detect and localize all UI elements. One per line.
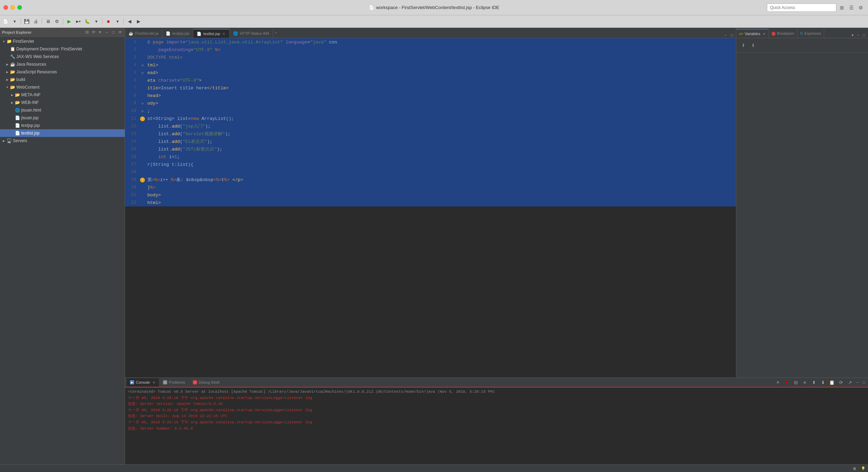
panel-menu-button[interactable]: ▾ xyxy=(97,30,103,35)
status-icon-left[interactable]: 🖥 xyxy=(850,464,858,472)
tree-item-firstservlet[interactable]: ▼ 📁 FirstServlet xyxy=(0,38,125,45)
variables-toolbar-btn-1[interactable]: ⬆ xyxy=(739,41,747,49)
console-btn-4[interactable]: ≡ xyxy=(801,378,809,386)
tab-label: Breakpoin xyxy=(777,31,794,35)
tree-item-webinf[interactable]: ▶ 📂 WEB-INF xyxy=(0,99,125,106)
bottom-panel-maximize[interactable]: □ xyxy=(861,380,867,385)
tab-overflow[interactable]: ⁶ xyxy=(273,29,279,38)
panel-close-button[interactable]: ✕ xyxy=(117,30,123,35)
quick-access-input[interactable] xyxy=(767,3,836,12)
back-button[interactable]: ◀ xyxy=(125,17,134,26)
line-number: 15 xyxy=(125,145,139,153)
code-line: 1 @ page import="java.util.List,java.uti… xyxy=(125,38,736,46)
tree-item-servers[interactable]: ▶ 🖥️ Servers xyxy=(0,137,125,145)
tree-item-deployment[interactable]: 📋 Deployment Descriptor: FirstServlet xyxy=(0,45,125,53)
tree-item-webcontent[interactable]: ▼ 📂 WebContent xyxy=(0,83,125,91)
tree-item-metainf[interactable]: ▶ 📂 META-INF xyxy=(0,91,125,99)
line-gutter xyxy=(139,161,146,168)
save-button[interactable]: 💾 xyxy=(23,17,31,26)
line-gutter: ⊖ xyxy=(139,99,146,107)
appearance-button[interactable]: ☰ xyxy=(847,4,855,11)
editor-panel: ☕ FirstServlet.ja 📄 textjsp.jsp 📄 textli… xyxy=(125,28,736,377)
stop-console-button[interactable]: ■ xyxy=(783,378,791,386)
clear-console-button[interactable]: ✕ xyxy=(773,378,782,386)
toolbar-sep-3 xyxy=(63,18,63,25)
settings-button[interactable]: ⚙ xyxy=(857,4,865,11)
tab-problems[interactable]: ⚠ Problems xyxy=(159,378,188,386)
code-line: 21 body> xyxy=(125,191,736,199)
line-gutter xyxy=(139,199,146,206)
tab-close-icon[interactable]: ✕ xyxy=(763,32,765,36)
run-button[interactable]: ▶▾ xyxy=(74,17,82,26)
right-panel-maximize[interactable]: □ xyxy=(861,32,867,38)
tree-item-textjsp[interactable]: 📄 textjsp.jsp xyxy=(0,122,125,129)
tab-close-button[interactable]: ✕ xyxy=(222,32,226,36)
close-button[interactable] xyxy=(3,5,8,10)
debug-button[interactable]: 🐛 xyxy=(83,17,91,26)
editor-minimize-button[interactable]: − xyxy=(723,32,728,38)
webinf-icon: 📂 xyxy=(15,100,20,105)
tab-variables[interactable]: x= Variables ✕ xyxy=(736,29,769,38)
tab-textlist[interactable]: 📄 textlist.jsp ✕ xyxy=(193,29,230,38)
code-line: 14 list.add("El表达式"); xyxy=(125,138,736,145)
tree-item-java-resources[interactable]: ▶ ☕ Java Resources xyxy=(0,60,125,68)
console-btn-5[interactable]: ⬆ xyxy=(810,378,818,386)
java-resources-icon: ☕ xyxy=(10,62,15,67)
tab-firstservlet[interactable]: ☕ FirstServlet.ja xyxy=(125,29,162,38)
tree-item-jisuan-jsp[interactable]: 📄 jisuan.jsp xyxy=(0,114,125,122)
console-btn-8[interactable]: ⟳ xyxy=(837,378,845,386)
tab-http404[interactable]: 🌐 HTTP Status 404 xyxy=(230,29,273,38)
tree-item-jaxws[interactable]: 🔧 JAX-WS Web Services xyxy=(0,53,125,60)
new-button-dropdown[interactable]: ▾ xyxy=(10,17,19,26)
console-btn-6[interactable]: ⬇ xyxy=(819,378,827,386)
bottom-panel-minimize[interactable]: − xyxy=(855,380,860,385)
panel-minimize-button[interactable]: − xyxy=(104,30,109,35)
save-all-button[interactable]: 🖨 xyxy=(32,17,40,26)
tab-console[interactable]: ▶ Console ✕ xyxy=(126,378,159,386)
code-line: 4 ⊖ tml> xyxy=(125,61,736,69)
stop-dropdown[interactable]: ▾ xyxy=(113,17,122,26)
line-gutter xyxy=(139,54,146,61)
collapse-all-button[interactable]: ⊟ xyxy=(84,30,90,35)
variables-toolbar-btn-2[interactable]: ⬇ xyxy=(749,41,757,49)
stop-button[interactable]: ■ xyxy=(104,17,113,26)
tab-textjsp[interactable]: 📄 textjsp.jsp xyxy=(162,29,193,38)
print-button[interactable]: 🖥 xyxy=(44,17,52,26)
perspectives-button[interactable]: ⊞ xyxy=(838,4,846,11)
right-panel-minimize[interactable]: − xyxy=(855,32,861,38)
expand-arrow: ▶ xyxy=(5,62,10,67)
code-text: tml> xyxy=(146,61,736,69)
code-text: @ page import="java.util.List,java.util.… xyxy=(146,38,736,46)
sync-button[interactable]: ⟳ xyxy=(91,30,96,35)
tab-expressions[interactable]: fx Expressio xyxy=(797,29,825,38)
console-close-icon[interactable]: ✕ xyxy=(153,381,155,384)
properties-button[interactable]: ⚙ xyxy=(53,17,61,26)
tab-label: Debug Shell xyxy=(199,380,220,384)
panel-maximize-button[interactable]: □ xyxy=(110,30,116,35)
right-panel-menu[interactable]: ▾ xyxy=(850,32,855,38)
project-icon: 📁 xyxy=(6,39,12,44)
selected-file-icon: 📄 xyxy=(15,130,20,136)
tab-icon: 🌐 xyxy=(233,31,238,36)
tree-item-textlist[interactable]: 📄 textlist.jsp xyxy=(0,129,125,137)
forward-button[interactable]: ▶ xyxy=(134,17,143,26)
line-gutter xyxy=(139,46,146,54)
debug-dropdown[interactable]: ▾ xyxy=(92,17,100,26)
run-last-button[interactable]: ▶ xyxy=(65,17,73,26)
code-editor[interactable]: 1 @ page import="java.util.List,java.uti… xyxy=(125,38,736,377)
maximize-button[interactable] xyxy=(17,5,22,10)
tab-debug-shell[interactable]: > Debug Shell xyxy=(189,378,223,386)
console-btn-9[interactable]: ↗ xyxy=(846,378,854,386)
tree-item-jisuan-html[interactable]: 🌐 jisuan.html xyxy=(0,106,125,114)
new-file-button[interactable]: 📄 xyxy=(1,17,10,26)
line-number: 17 xyxy=(125,161,139,168)
editor-maximize-button[interactable]: □ xyxy=(729,32,735,38)
console-btn-3[interactable]: ⊟ xyxy=(792,378,800,386)
line-gutter xyxy=(139,76,146,84)
line-number: 22 xyxy=(125,199,139,206)
tree-item-build[interactable]: ▶ 📂 build xyxy=(0,76,125,83)
tab-breakpoints[interactable]: ⬤ Breakpoin xyxy=(769,29,797,38)
tree-item-js-resources[interactable]: ▶ 📂 JavaScript Resources xyxy=(0,68,125,76)
minimize-button[interactable] xyxy=(10,5,15,10)
console-btn-7[interactable]: 📋 xyxy=(828,378,836,386)
